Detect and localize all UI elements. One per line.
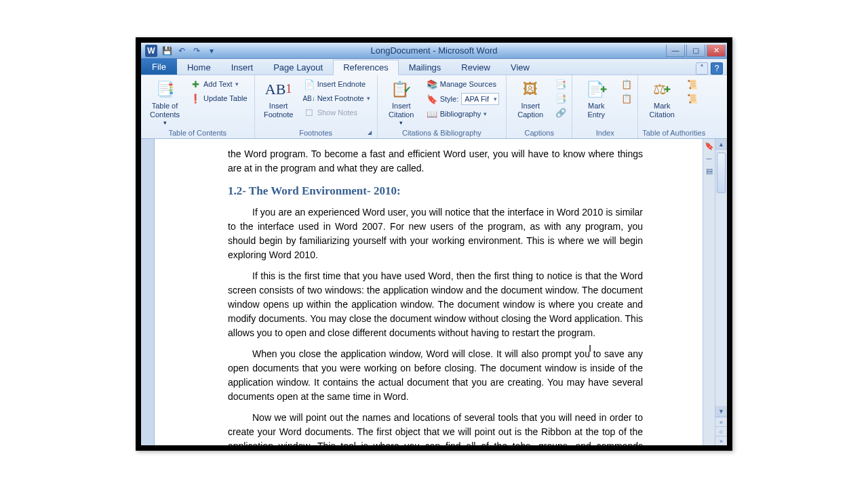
toc-icon: 📑 [154,79,176,100]
footnotes-launcher-icon[interactable]: ◢ [366,129,373,136]
vertical-scrollbar[interactable]: ▲ ▼ « ○ » [715,139,727,445]
qat-customize-icon[interactable]: ▾ [206,45,217,56]
style-label: Style: [440,95,459,103]
insert-toa-icon: 📜 [687,79,698,89]
endnote-icon: 📄 [304,79,315,89]
tab-insert[interactable]: Insert [221,59,264,75]
insert-caption-label: Insert Caption [517,102,543,119]
body-text: If you are an experienced Word user, you… [228,205,643,262]
insert-toa-button[interactable]: 📜 [684,77,699,91]
update-toa-button[interactable]: 📜 [684,92,699,105]
document-viewport[interactable]: the Word program. To become a fast and e… [155,139,703,445]
update-table-button[interactable]: ❗ Update Table [187,92,250,105]
heading-1-2: 1.2- The Word Environment- 2010: [228,182,643,200]
side-tools: 🔖 ─ ▤ [703,139,715,445]
show-notes-button[interactable]: ☐ Show Notes [301,106,373,119]
footnote-icon: AB1 [268,79,290,100]
next-page-icon[interactable]: » [715,436,727,445]
group-table-of-contents: 📑 Table of Contents ▾ ✚ Add Text ❗ Updat… [141,75,255,138]
insert-tof-button[interactable]: 📑 [553,77,568,91]
tab-page-layout[interactable]: Page Layout [263,59,333,75]
bibliography-label: Bibliography [440,110,481,118]
group-footnotes: AB1 Insert Footnote 📄 Insert Endnote AB↓… [255,75,378,138]
cross-ref-button[interactable]: 🔗 [553,106,568,119]
body-text: the Word program. To become a fast and e… [228,147,643,176]
update-table-label: Update Table [203,94,248,102]
insert-index-icon: 📋 [621,79,632,89]
tof-icon: 📑 [555,79,566,89]
ribbon: 📑 Table of Contents ▾ ✚ Add Text ❗ Updat… [141,75,727,139]
style-selector[interactable]: 🔖 Style: [424,92,502,106]
update-index-icon: 📋 [621,93,632,104]
scroll-thumb[interactable] [717,152,726,193]
minimize-button[interactable]: — [666,45,685,57]
add-text-label: Add Text [203,80,233,88]
show-notes-icon: ☐ [304,107,315,118]
browse-object-icon[interactable]: ○ [715,426,727,436]
group-index: 📄✚ Mark Entry 📋 📋 Index [572,75,638,138]
mark-citation-icon: ⚖✚ [651,79,673,100]
maximize-button[interactable]: ▢ [686,45,705,57]
insert-index-button[interactable]: 📋 [618,77,633,91]
tab-review[interactable]: Review [451,59,500,75]
mark-entry-button[interactable]: 📄✚ Mark Entry [576,77,616,128]
next-footnote-icon: AB↓ [304,93,315,104]
scroll-down-icon[interactable]: ▼ [715,406,727,417]
group-label-toa: Table of Authorities [642,128,705,137]
insert-footnote-button[interactable]: AB1 Insert Footnote [259,77,298,128]
clipboard-sideicon[interactable]: 🔖 [705,142,714,150]
tab-mailings[interactable]: Mailings [399,59,452,75]
update-index-button[interactable]: 📋 [618,92,633,105]
body-text: If this is the first time that you have … [228,269,643,340]
tab-home[interactable]: Home [177,59,221,75]
group-label-footnotes: Footnotes ◢ [259,128,373,137]
group-toa: ⚖✚ Mark Citation 📜 📜 Table of Authoritie… [638,75,709,138]
tab-references[interactable]: References [333,60,398,75]
group-label-index: Index [576,128,633,137]
tab-view[interactable]: View [500,59,540,75]
scroll-track[interactable] [715,150,727,406]
redo-icon[interactable]: ↷ [191,45,202,56]
ribbon-tabs: File Home Insert Page Layout References … [141,59,727,75]
update-table-icon: ❗ [190,93,201,104]
bibliography-icon: 📖 [427,108,437,119]
insert-endnote-button[interactable]: 📄 Insert Endnote [301,77,373,91]
table-of-contents-button[interactable]: 📑 Table of Contents ▾ [145,77,184,128]
group-label-citations: Citations & Bibliography [382,128,502,137]
save-icon[interactable]: 💾 [161,45,172,56]
citation-icon: 📋✔ [391,79,412,100]
split-icon[interactable]: ▤ [706,167,713,176]
update-toa-icon: 📜 [687,93,698,104]
document-page[interactable]: the Word program. To become a fast and e… [155,139,703,445]
scroll-up-icon[interactable]: ▲ [715,139,727,150]
next-footnote-button[interactable]: AB↓ Next Footnote [301,92,373,105]
insert-caption-button[interactable]: 🖼 Insert Caption [511,77,550,128]
undo-icon[interactable]: ↶ [176,45,187,56]
mark-entry-label: Mark Entry [587,102,605,119]
manage-sources-button[interactable]: 📚 Manage Sources [424,77,502,91]
window-title: LongDocument - Microsoft Word [141,45,727,56]
next-footnote-label: Next Footnote [317,94,364,102]
tab-file[interactable]: File [141,58,177,75]
add-text-icon: ✚ [190,79,201,89]
mark-citation-button[interactable]: ⚖✚ Mark Citation [642,77,682,128]
body-text: When you close the application window, W… [228,347,643,404]
word-app-icon[interactable]: W [145,45,157,57]
update-tof-button[interactable]: 📑 [553,92,568,105]
close-button[interactable]: ✕ [707,45,726,57]
insert-citation-button[interactable]: 📋✔ Insert Citation ▾ [382,77,421,128]
add-text-button[interactable]: ✚ Add Text [187,77,250,91]
group-citations: 📋✔ Insert Citation ▾ 📚 Manage Sources 🔖 … [378,75,507,138]
bibliography-button[interactable]: 📖 Bibliography [424,107,502,121]
quick-access-toolbar: W 💾 ↶ ↷ ▾ [141,45,221,57]
mark-citation-label: Mark Citation [650,102,675,119]
word-window: W 💾 ↶ ↷ ▾ LongDocument - Microsoft Word … [136,37,732,451]
toc-button-label: Table of Contents [150,102,180,119]
mark-entry-icon: 📄✚ [585,79,607,100]
prev-page-icon[interactable]: « [715,417,727,426]
minimize-ribbon-icon[interactable]: ˄ [696,62,708,75]
help-icon[interactable]: ? [711,62,723,75]
insert-citation-label: Insert Citation [389,102,414,119]
style-input[interactable] [461,93,499,105]
title-bar: W 💾 ↶ ↷ ▾ LongDocument - Microsoft Word … [141,43,727,59]
